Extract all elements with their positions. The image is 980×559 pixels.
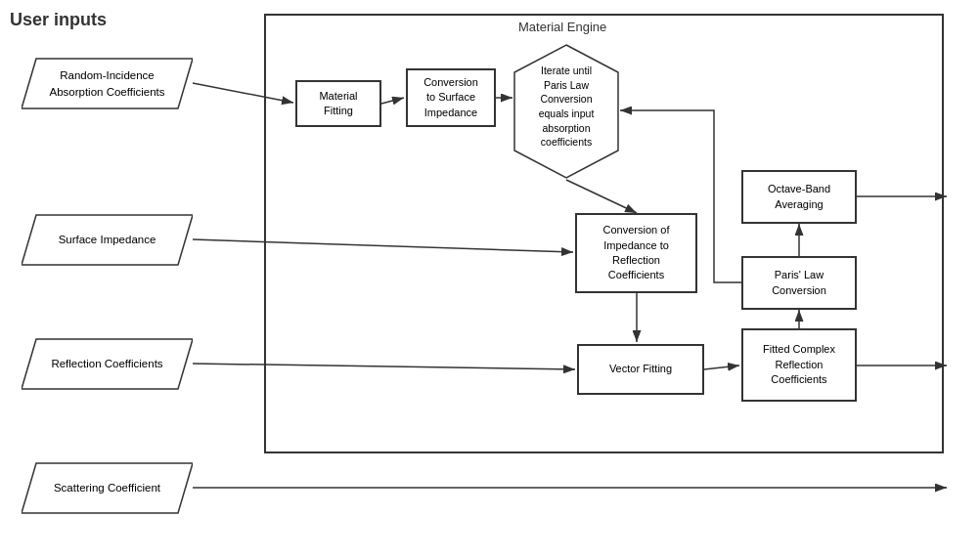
- input-scattering-coefficient-label: Scattering Coefficient: [54, 480, 160, 495]
- conversion-of-impedance-box: Conversion ofImpedance toReflectionCoeff…: [575, 213, 697, 293]
- octave-band-averaging-box: Octave-BandAveraging: [741, 170, 857, 224]
- vector-fitting-label: Vector Fitting: [609, 362, 672, 376]
- input-absorption: Random-IncidenceAbsorption Coefficients: [22, 57, 193, 110]
- material-fitting-box: MaterialFitting: [295, 80, 381, 127]
- fitted-complex-box: Fitted ComplexReflectionCoefficients: [741, 328, 857, 402]
- material-fitting-label: MaterialFitting: [319, 89, 357, 119]
- input-reflection-coefficients: Reflection Coefficients: [22, 337, 193, 391]
- diagram-container: User inputs Material Engine Random-Incid…: [0, 0, 980, 559]
- material-engine-label: Material Engine: [518, 20, 606, 34]
- input-surface-impedance-label: Surface Impedance: [59, 232, 156, 247]
- conversion-of-impedance-label: Conversion ofImpedance toReflectionCoeff…: [603, 223, 670, 283]
- fitted-complex-label: Fitted ComplexReflectionCoefficients: [763, 342, 835, 387]
- paris-law-conversion-box: Paris' LawConversion: [741, 256, 857, 310]
- iterate-shape: Iterate untilParis LawConversionequals i…: [512, 43, 620, 170]
- conversion-to-surface-impedance-label: Conversionto SurfaceImpedance: [423, 75, 478, 120]
- vector-fitting-box: Vector Fitting: [577, 344, 704, 395]
- input-reflection-coefficients-label: Reflection Coefficients: [51, 356, 162, 371]
- iterate-label: Iterate untilParis LawConversionequals i…: [534, 59, 600, 154]
- user-inputs-label: User inputs: [10, 10, 107, 30]
- input-surface-impedance: Surface Impedance: [22, 213, 193, 267]
- octave-band-averaging-label: Octave-BandAveraging: [768, 182, 830, 212]
- conversion-to-surface-impedance-box: Conversionto SurfaceImpedance: [406, 68, 496, 127]
- input-absorption-label: Random-IncidenceAbsorption Coefficients: [49, 67, 164, 99]
- paris-law-conversion-label: Paris' LawConversion: [772, 268, 826, 298]
- input-scattering-coefficient: Scattering Coefficient: [22, 461, 193, 515]
